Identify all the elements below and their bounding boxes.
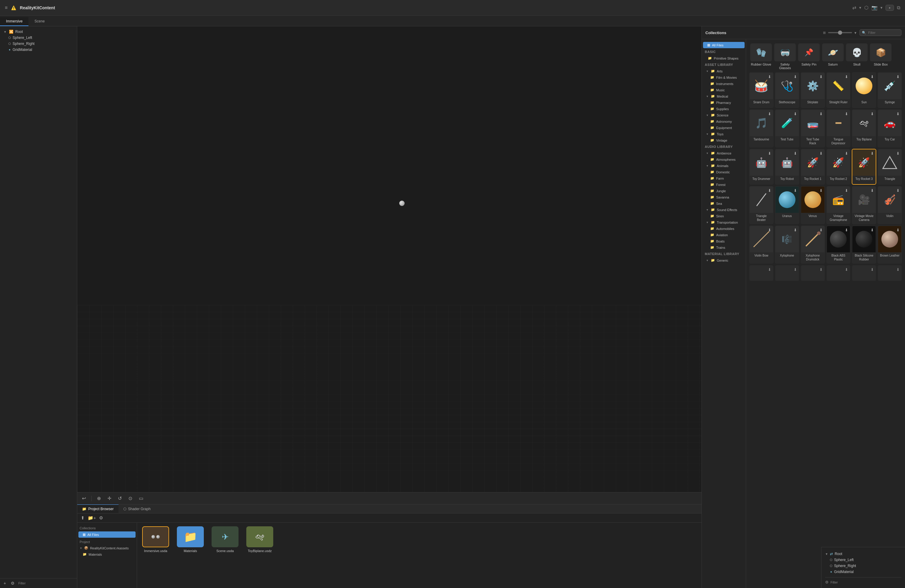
rsp-item-root[interactable]: ▼ ⇄ Root: [825, 551, 902, 557]
ap-cell-download-toy-rocket-2[interactable]: ⬇: [845, 151, 848, 156]
vp-add-button[interactable]: ⊕: [96, 495, 102, 502]
ap-top-rubber-glove[interactable]: 🧤 Rubber Glove: [749, 42, 773, 71]
tree-item-gridmaterial[interactable]: ✦ GridMaterial: [0, 47, 77, 53]
ap-nav-siren[interactable]: 📁 Siren: [702, 213, 746, 219]
pb-upload-button[interactable]: ⬆: [81, 515, 85, 521]
pb-file-materials[interactable]: 📁 Materials: [175, 526, 205, 553]
ap-nav-farm[interactable]: 📁 Farm: [702, 175, 746, 181]
ap-cell-download-test-tube[interactable]: ⬇: [794, 112, 797, 116]
add-button[interactable]: +: [886, 5, 894, 11]
ap-cell-toy-biplane[interactable]: 🛩 ⬇ Toy Biplane: [852, 109, 876, 148]
ap-cell-download-straight-ruler[interactable]: ⬇: [845, 75, 848, 79]
ap-cell-black-abs-plastic[interactable]: ⬇ Black ABS Plastic: [826, 226, 851, 264]
camera-icon[interactable]: 📷: [872, 5, 878, 11]
ap-top-safety-glasses[interactable]: 🥽 Safety Glasses: [773, 42, 797, 71]
ap-cell-download-toy-rocket-1[interactable]: ⬇: [819, 151, 823, 156]
ap-cell-download-black-abs-plastic[interactable]: ⬇: [845, 228, 848, 232]
ap-cell-download-xylophone[interactable]: ⬇: [794, 228, 797, 232]
ap-cell-download-vintage-gramophone[interactable]: ⬇: [845, 188, 848, 193]
ap-cell-partial-5[interactable]: ⬇: [852, 265, 876, 281]
dropdown-icon[interactable]: ▾: [859, 5, 861, 10]
rsp-item-sphere-left[interactable]: Sphere_Left: [825, 557, 902, 563]
ap-cell-download-brown-leather[interactable]: ⬇: [896, 228, 900, 232]
ap-nav-automobiles[interactable]: 📁 Automobiles: [702, 226, 746, 232]
ap-cell-download-test-tube-rack[interactable]: ⬇: [819, 112, 823, 116]
ap-cell-download-partial-1[interactable]: ⬇: [768, 267, 771, 272]
vp-undo-button[interactable]: ↩: [81, 495, 87, 502]
rsp-filter-icon[interactable]: ⚙: [825, 580, 829, 585]
ap-nav-arts[interactable]: ▼ 📁 Arts: [702, 68, 746, 74]
ap-cell-brown-leather[interactable]: ⬇ Brown Leather: [878, 226, 902, 264]
ap-nav-science[interactable]: ▼ 📁 Science: [702, 112, 746, 118]
pb-file-immersive[interactable]: Immersive.usda: [141, 526, 171, 553]
ap-cell-download-toy-drummer[interactable]: ⬇: [768, 151, 771, 156]
ap-cell-syringe[interactable]: 💉 ⬇ Syringe: [878, 72, 902, 108]
ap-cell-download-tongue-depressor[interactable]: ⬇: [845, 112, 848, 116]
ap-cell-download-uranus[interactable]: ⬇: [794, 188, 797, 193]
ap-nav-instruments[interactable]: 📁 Instruments: [702, 81, 746, 87]
pb-tab-shader-graph[interactable]: ⬡ Shader Graph: [119, 504, 155, 513]
ap-cell-black-silicone-rubber[interactable]: ⬇ Black Silicone Rubber: [852, 226, 876, 264]
ap-cell-download-stirplate[interactable]: ⬇: [819, 75, 823, 79]
ap-nav-supplies[interactable]: 📁 Supplies: [702, 106, 746, 112]
ap-cell-straight-ruler[interactable]: 📏 ⬇ Straight Ruler: [826, 72, 851, 108]
ap-cell-xylophone[interactable]: 🎼 ⬇ Xylophone: [775, 226, 799, 264]
pb-rkassets[interactable]: ▼ 📦 RealityKitContent.rkassets: [77, 545, 137, 551]
fullscreen-icon[interactable]: ⧉: [897, 5, 900, 11]
ap-cell-download-tambourine[interactable]: ⬇: [768, 112, 771, 116]
ap-cell-partial-3[interactable]: ⬇: [800, 265, 825, 281]
ap-cell-download-toy-biplane[interactable]: ⬇: [870, 112, 874, 116]
ap-nav-domestic[interactable]: 📁 Domestic: [702, 169, 746, 175]
ap-cell-stethoscope[interactable]: 🩺 ⬇ Stethoscope: [775, 72, 799, 108]
ap-nav-forest[interactable]: 📁 Forest: [702, 181, 746, 188]
ap-cell-sun[interactable]: ⬇ Sun: [852, 72, 876, 108]
ap-cell-download-partial-4[interactable]: ⬇: [845, 267, 848, 272]
rsp-item-gridmaterial[interactable]: ✦ GridMaterial: [825, 569, 902, 575]
settings-button[interactable]: ⚙: [10, 580, 16, 586]
ap-nav-sound-effects[interactable]: ▼ 📁 Sound Effects: [702, 207, 746, 213]
tree-item-sphere-left[interactable]: Sphere_Left: [0, 35, 77, 41]
ap-cell-download-partial-3[interactable]: ⬇: [819, 267, 823, 272]
vp-move-button[interactable]: ✛: [106, 495, 113, 502]
ap-nav-jungle[interactable]: 📁 Jungle: [702, 188, 746, 194]
share-icon[interactable]: ⬡: [864, 5, 868, 11]
ap-cell-tambourine[interactable]: 🎵 ⬇ Tambourine: [749, 109, 773, 148]
back-forward-icon[interactable]: ⇄: [852, 5, 856, 11]
ap-cell-download-sun[interactable]: ⬇: [870, 75, 874, 79]
ap-nav-all-files[interactable]: ▦ All Files: [703, 42, 745, 48]
tab-immersive[interactable]: Immersive: [0, 17, 29, 26]
ap-cell-uranus[interactable]: ⬇ Uranus: [775, 186, 799, 224]
ap-cell-download-partial-6[interactable]: ⬇: [896, 267, 900, 272]
ap-nav-vintage[interactable]: 📁 Vintage: [702, 137, 746, 143]
vp-rotate-button[interactable]: ↺: [117, 495, 123, 502]
pb-all-files[interactable]: ▦ All Files: [78, 531, 136, 538]
ap-cell-partial-1[interactable]: ⬇: [749, 265, 773, 281]
ap-cell-venus[interactable]: ⬇ Venus: [800, 186, 825, 224]
ap-nav-primitive-shapes[interactable]: 📁 Primitive Shapes: [702, 55, 746, 61]
ap-cell-download-xylophone-drumstick[interactable]: ⬇: [819, 228, 823, 232]
ap-cell-download-toy-car[interactable]: ⬇: [896, 112, 900, 116]
ap-cell-xylophone-drumstick[interactable]: ⬇ Xylophone Drumstick: [800, 226, 825, 264]
tree-item-root[interactable]: ▼ 🔀 Root: [0, 29, 77, 35]
ap-top-safety-pin[interactable]: 📌 Safety Pin: [797, 42, 821, 71]
pb-materials[interactable]: 📁 Materials: [77, 551, 137, 558]
ap-nav-generic[interactable]: ▼ 📁 Generic: [702, 257, 746, 264]
ap-cell-vintage-gramophone[interactable]: 📻 ⬇ Vintage Gramophone: [826, 186, 851, 224]
ap-nav-animals[interactable]: ▼ 📁 Animals: [702, 162, 746, 169]
pb-tab-project-browser[interactable]: 📁 Project Browser: [77, 504, 119, 513]
ap-cell-triangle-beater[interactable]: ⬇ Triangle Beater: [749, 186, 773, 224]
pb-file-toybiplane[interactable]: 🛩 ToyBiplane.usdz: [245, 526, 275, 553]
dropdown2-icon[interactable]: ▾: [880, 5, 883, 10]
viewport-canvas[interactable]: [77, 26, 702, 492]
ap-nav-aviation[interactable]: 📁 Aviation: [702, 232, 746, 238]
ap-cell-test-tube-rack[interactable]: 🧫 ⬇ Test Tube Rack: [800, 109, 825, 148]
ap-cell-stirplate[interactable]: ⚙️ ⬇ Stirplate: [800, 72, 825, 108]
ap-cell-download-triangle-beater[interactable]: ⬇: [768, 188, 771, 193]
ap-cell-test-tube[interactable]: 🧪 ⬇ Test Tube: [775, 109, 799, 148]
rsp-item-sphere-right[interactable]: Sphere_Right: [825, 563, 902, 569]
ap-nav-ambience[interactable]: ▼ 📁 Ambience: [702, 150, 746, 156]
ap-cell-toy-car[interactable]: 🚗 ⬇ Toy Car: [878, 109, 902, 148]
ap-cell-download-partial-2[interactable]: ⬇: [794, 267, 797, 272]
ap-cell-snare-drum[interactable]: 🥁 ⬇ Snare Drum: [749, 72, 773, 108]
ap-cell-partial-6[interactable]: ⬇: [878, 265, 902, 281]
